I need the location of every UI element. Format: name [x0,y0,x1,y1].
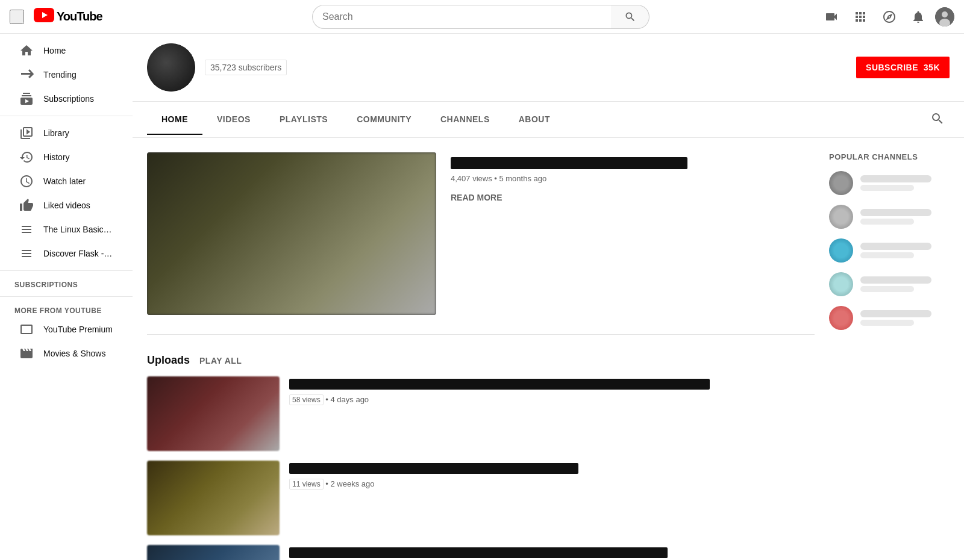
read-more-button[interactable]: READ MORE [451,193,502,202]
sidebar-item-subscriptions[interactable]: Subscriptions [5,87,128,111]
tab-about[interactable]: ABOUT [504,105,565,135]
movies-icon [19,346,34,361]
channel-header: 35,723 subscribers SUBSCRIBE 35K [133,34,964,102]
nav-left: YouTube [10,7,142,26]
content-main: 4,407 views • 5 months ago READ MORE Upl… [147,152,815,560]
video-camera-button[interactable] [819,5,844,29]
channel-search-icon [930,111,945,126]
popular-channels-sidebar: POPULAR CHANNELS [829,152,950,560]
sidebar-item-trending[interactable]: Trending [5,63,128,87]
search-form [312,5,649,29]
popular-channel-name-bar-3 [860,243,931,250]
menu-button[interactable] [10,10,24,24]
popular-channel-sub-bar-4 [860,286,914,292]
tab-playlists[interactable]: PLAYLISTS [265,105,342,135]
trending-icon [19,67,34,82]
sidebar-item-watch-later[interactable]: Watch later [5,169,128,193]
play-all-button[interactable]: PLAY ALL [199,356,242,366]
uploads-section: Uploads PLAY ALL 58 views • 4 days ago [147,354,815,560]
popular-channel-avatar-2[interactable] [829,205,853,229]
compass-button[interactable] [877,5,901,29]
tab-home[interactable]: HOME [147,105,202,135]
upload-title-bar-3 [289,547,668,558]
channel-tabs: HOME VIDEOS PLAYLISTS COMMUNITY CHANNELS… [133,102,964,138]
upload-time-1: 4 days ago [330,395,369,404]
featured-thumbnail[interactable] [147,152,436,315]
search-button[interactable] [611,5,649,29]
tab-community[interactable]: COMMUNITY [342,105,426,135]
search-input[interactable] [312,5,611,29]
featured-title-bar [451,157,687,169]
sidebar-item-movies-label: Movies & Shows [43,349,105,358]
tab-channels[interactable]: CHANNELS [426,105,504,135]
sidebar-item-history-label: History [43,152,70,162]
popular-channel-info-2 [860,209,950,225]
playlist-icon-2 [19,246,34,261]
upload-meta-2: 11 views • 2 weeks ago [289,479,815,490]
popular-channel-avatar-4[interactable] [829,272,853,296]
upload-thumbnail-1[interactable] [147,376,280,451]
sidebar-item-flask-label: Discover Flask - h... [43,249,113,258]
popular-channel-info-4 [860,276,950,292]
subscriptions-icon [19,92,34,106]
upload-thumbnail-3[interactable] [147,545,280,560]
channel-info: 35,723 subscribers [147,43,287,92]
sidebar: Home Trending Subscriptions Library Hist… [0,34,133,560]
upload-item: 983 views • 2 weeks ago [147,545,815,560]
svg-point-3 [942,11,948,17]
youtube-logo-icon [34,7,54,26]
sidebar-item-library[interactable]: Library [5,121,128,145]
channel-avatar [147,43,195,92]
popular-channel-name-bar-5 [860,310,931,317]
featured-meta: 4,407 views • 5 months ago [451,174,815,183]
sidebar-item-watch-later-label: Watch later [43,176,86,186]
subscribe-button[interactable]: SUBSCRIBE 35K [856,57,950,78]
featured-info: 4,407 views • 5 months ago READ MORE [451,152,815,315]
upload-title-bar-2 [289,463,578,474]
upload-item: 58 views • 4 days ago [147,376,815,451]
popular-channel-avatar-3[interactable] [829,238,853,263]
bell-icon [911,10,925,24]
popular-channel-item [829,238,950,263]
popular-channel-item [829,171,950,195]
upload-views-1: 58 views [289,394,324,405]
sidebar-item-yt-premium[interactable]: YouTube Premium [5,317,128,341]
top-navigation: YouTube [0,0,964,34]
sidebar-item-liked-videos[interactable]: Liked videos [5,193,128,217]
youtube-logo-text: YouTube [57,10,102,23]
popular-channel-name-bar-4 [860,276,931,284]
sidebar-item-discover-flask[interactable]: Discover Flask - h... [5,241,128,266]
upload-info-2: 11 views • 2 weeks ago [289,461,815,535]
popular-channel-item [829,205,950,229]
popular-channel-sub-bar-5 [860,320,914,326]
sidebar-item-subscriptions-label: Subscriptions [43,94,94,104]
main-content: 35,723 subscribers SUBSCRIBE 35K HOME VI… [133,34,964,560]
nav-right [819,5,954,29]
popular-channel-item [829,306,950,330]
tab-videos[interactable]: VIDEOS [202,105,265,135]
sidebar-item-liked-label: Liked videos [43,201,90,210]
upload-thumbnail-2[interactable] [147,461,280,535]
apps-button[interactable] [848,5,872,29]
upload-title-bar-1 [289,379,710,390]
youtube-logo[interactable]: YouTube [34,7,102,26]
channel-search-button[interactable] [925,102,950,137]
avatar [935,7,954,26]
popular-channel-sub-bar-3 [860,252,914,258]
upload-views-2: 11 views [289,479,324,490]
notifications-button[interactable] [906,5,930,29]
upload-time-2: 2 weeks ago [330,479,374,488]
featured-section: 4,407 views • 5 months ago READ MORE [147,152,815,335]
sidebar-divider-2 [0,270,133,271]
watch-later-icon [19,174,34,188]
sidebar-item-trending-label: Trending [43,70,77,79]
video-camera-icon [824,10,839,24]
sidebar-item-history[interactable]: History [5,145,128,169]
avatar-button[interactable] [935,7,954,26]
sidebar-item-movies[interactable]: Movies & Shows [5,341,128,366]
popular-channel-avatar-1[interactable] [829,171,853,195]
popular-channel-avatar-5[interactable] [829,306,853,330]
sidebar-item-home[interactable]: Home [5,39,128,63]
sidebar-item-linux-basics[interactable]: The Linux Basics ... [5,217,128,241]
popular-channel-sub-bar-2 [860,219,914,225]
